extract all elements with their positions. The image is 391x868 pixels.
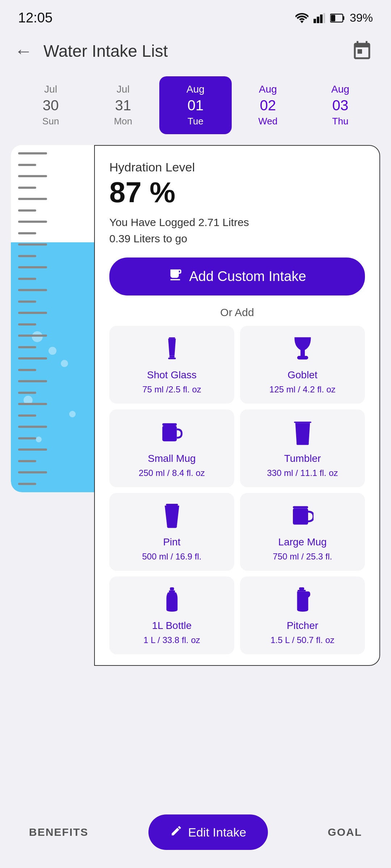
date-aug01[interactable]: Aug 01 Tue — [159, 76, 232, 134]
drink-tumbler[interactable]: Tumbler 330 ml / 11.1 fl. oz — [240, 409, 365, 487]
calendar-button[interactable] — [348, 37, 377, 65]
svg-rect-15 — [297, 443, 308, 445]
small-mug-name: Small Mug — [148, 453, 196, 464]
svg-rect-10 — [301, 350, 304, 357]
svg-rect-1 — [317, 17, 319, 23]
svg-rect-18 — [293, 509, 308, 525]
svg-rect-6 — [331, 15, 335, 21]
pint-icon — [161, 504, 183, 533]
svg-rect-0 — [314, 19, 316, 23]
goblet-name: Goblet — [287, 369, 318, 381]
status-icons: 39% — [295, 11, 373, 25]
svg-rect-16 — [166, 504, 178, 506]
bottle-volume: 1 L / 33.8 fl. oz — [143, 635, 200, 645]
svg-rect-14 — [294, 422, 311, 423]
drink-pint[interactable]: Pint 500 ml / 16.9 fl. — [109, 493, 234, 571]
right-panel: Hydration Level 87 % You Have Logged 2.7… — [94, 145, 380, 666]
large-mug-volume: 750 ml / 25.3 fl. — [273, 552, 332, 562]
large-mug-icon — [292, 504, 314, 533]
svg-rect-19 — [293, 506, 308, 509]
date-aug02[interactable]: Aug 02 Wed — [232, 76, 304, 134]
or-add-text: Or Add — [109, 306, 365, 319]
header-left: ← Water Intake List — [14, 41, 168, 61]
drink-grid: Shot Glass 75 ml /2.5 fl. oz Goblet 125 … — [109, 326, 365, 654]
shot-glass-name: Shot Glass — [147, 369, 197, 381]
drink-small-mug[interactable]: Small Mug 250 ml / 8.4 fl. oz — [109, 409, 234, 487]
svg-rect-5 — [343, 16, 344, 20]
add-custom-intake-button[interactable]: Add Custom Intake — [109, 258, 365, 295]
date-jul30[interactable]: Jul 30 Sun — [14, 76, 87, 134]
svg-rect-23 — [298, 590, 306, 591]
large-mug-name: Large Mug — [278, 536, 327, 548]
wifi-icon — [295, 13, 308, 23]
calendar-icon — [351, 40, 373, 62]
goblet-volume: 125 ml / 4.2 fl. oz — [269, 384, 336, 395]
drink-shot-glass[interactable]: Shot Glass 75 ml /2.5 fl. oz — [109, 326, 234, 404]
svg-rect-17 — [167, 526, 177, 528]
water-gauge — [11, 145, 94, 492]
svg-rect-8 — [169, 356, 175, 358]
signal-icon — [314, 13, 325, 23]
gauge-ruler — [11, 145, 94, 492]
drink-pitcher[interactable]: Pitcher 1.5 L / 50.7 fl. oz — [240, 576, 365, 654]
svg-rect-20 — [170, 587, 174, 590]
date-jul31[interactable]: Jul 31 Mon — [87, 76, 159, 134]
drink-goblet[interactable]: Goblet 125 ml / 4.2 fl. oz — [240, 326, 365, 404]
to-go: 0.39 Liters to go — [109, 230, 365, 247]
shot-glass-volume: 75 ml /2.5 fl. oz — [142, 384, 201, 395]
bottle-icon — [161, 587, 183, 616]
tumbler-name: Tumbler — [284, 453, 321, 464]
status-time: 12:05 — [18, 10, 52, 26]
pencil-icon — [170, 825, 182, 840]
drink-large-mug[interactable]: Large Mug 750 ml / 25.3 fl. — [240, 493, 365, 571]
main-content: Hydration Level 87 % You Have Logged 2.7… — [0, 141, 391, 673]
tumbler-volume: 330 ml / 11.1 fl. oz — [267, 468, 338, 478]
svg-rect-3 — [323, 13, 325, 23]
benefits-nav[interactable]: BENEFITS — [29, 826, 88, 838]
pint-volume: 500 ml / 16.9 fl. — [142, 552, 201, 562]
hydration-percent: 87 % — [109, 178, 365, 207]
svg-rect-13 — [162, 423, 177, 426]
pitcher-volume: 1.5 L / 50.7 fl. oz — [270, 635, 335, 645]
pitcher-name: Pitcher — [287, 620, 318, 631]
date-selector: Jul 30 Sun Jul 31 Mon Aug 01 Tue Aug 02 … — [0, 73, 391, 141]
goal-nav[interactable]: GOAL — [328, 826, 362, 838]
svg-rect-7 — [169, 337, 175, 339]
page-title: Water Intake List — [43, 41, 168, 61]
tumbler-icon — [292, 420, 314, 449]
back-button[interactable]: ← — [14, 41, 33, 61]
edit-intake-button[interactable]: Edit Intake — [148, 814, 268, 850]
bottle-name: 1L Bottle — [152, 620, 192, 631]
shot-glass-icon — [161, 337, 183, 366]
svg-rect-22 — [299, 587, 304, 590]
cup-icon — [168, 268, 182, 285]
battery-percent: 39% — [350, 11, 373, 25]
add-custom-label: Add Custom Intake — [189, 269, 306, 284]
pint-name: Pint — [163, 536, 180, 548]
hydration-label: Hydration Level — [109, 160, 365, 174]
drink-1l-bottle[interactable]: 1L Bottle 1 L / 33.8 fl. oz — [109, 576, 234, 654]
bottom-nav: BENEFITS Edit Intake GOAL — [0, 804, 391, 868]
small-mug-volume: 250 ml / 8.4 fl. oz — [139, 468, 205, 478]
svg-rect-21 — [169, 590, 175, 592]
svg-rect-2 — [320, 14, 323, 23]
svg-rect-9 — [168, 358, 176, 359]
pitcher-icon — [292, 587, 314, 616]
svg-rect-12 — [162, 426, 177, 441]
status-bar: 12:05 39% — [0, 0, 391, 29]
battery-icon — [330, 13, 345, 23]
svg-rect-11 — [298, 357, 307, 359]
logged-info: You Have Logged 2.71 Litres 0.39 Liters … — [109, 214, 365, 247]
edit-intake-label: Edit Intake — [188, 825, 247, 839]
date-aug03[interactable]: Aug 03 Thu — [304, 76, 377, 134]
goblet-icon — [292, 337, 314, 366]
small-mug-icon — [161, 420, 183, 449]
header: ← Water Intake List — [0, 29, 391, 73]
logged-litres: You Have Logged 2.71 Litres — [109, 214, 365, 230]
